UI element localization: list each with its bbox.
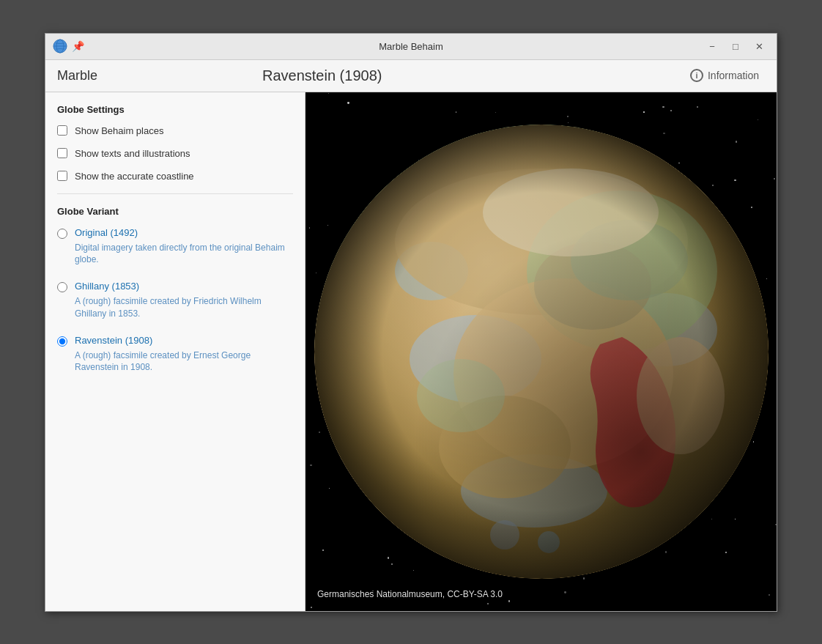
globe-map — [314, 125, 769, 579]
original-description: Digital imagery taken directly from the … — [75, 242, 293, 267]
original-label[interactable]: Original (1492) — [75, 227, 138, 238]
ravenstein-description: A (rough) facsimile created by Ernest Ge… — [75, 349, 293, 374]
globe-variant-title: Globe Variant — [57, 206, 293, 217]
app-window: 📌 Marble Behaim − □ ✕ Marble Ravenstein … — [45, 33, 777, 612]
info-circle-icon: i — [690, 69, 703, 82]
title-bar: 📌 Marble Behaim − □ ✕ — [45, 34, 777, 60]
sidebar: Globe Settings Show Behaim places Show t… — [45, 92, 306, 611]
window-controls: − □ ✕ — [702, 37, 769, 55]
window-title: Marble Behaim — [379, 41, 443, 52]
globe-container — [306, 92, 777, 611]
show-texts-checkbox[interactable] — [57, 148, 67, 158]
main-toolbar: Marble Ravenstein (1908) i Information — [45, 60, 777, 92]
title-bar-icons: 📌 — [53, 39, 84, 53]
map-title: Ravenstein (1908) — [262, 67, 684, 84]
ghillany-label[interactable]: Ghillany (1853) — [75, 281, 139, 292]
close-button[interactable]: ✕ — [749, 37, 769, 55]
show-behaim-checkbox[interactable] — [57, 125, 67, 136]
minimize-button[interactable]: − — [702, 37, 722, 55]
globe-settings-title: Globe Settings — [57, 104, 293, 115]
ravenstein-label[interactable]: Ravenstein (1908) — [75, 335, 152, 346]
checkbox-item-coastline: Show the accurate coastline — [57, 171, 293, 182]
checkbox-item-texts: Show texts and illustrations — [57, 148, 293, 159]
information-label: Information — [708, 70, 759, 81]
show-coastline-checkbox[interactable] — [57, 171, 67, 181]
radio-group-ghillany: Ghillany (1853) A (rough) facsimile crea… — [57, 281, 293, 320]
show-behaim-label[interactable]: Show Behaim places — [75, 125, 163, 136]
content-area: Globe Settings Show Behaim places Show t… — [45, 92, 777, 611]
radio-item-original: Original (1492) — [57, 227, 293, 239]
ghillany-description: A (rough) facsimile created by Friedrich… — [75, 295, 293, 320]
maximize-button[interactable]: □ — [725, 37, 746, 55]
show-texts-label[interactable]: Show texts and illustrations — [75, 148, 190, 159]
checkbox-item-behaim: Show Behaim places — [57, 125, 293, 136]
svg-point-22 — [314, 125, 769, 579]
pin-icon: 📌 — [72, 40, 84, 52]
information-button[interactable]: i Information — [684, 66, 765, 85]
radio-group-ravenstein: Ravenstein (1908) A (rough) facsimile cr… — [57, 335, 293, 374]
divider — [57, 193, 293, 194]
app-title: Marble — [57, 68, 262, 84]
ghillany-radio[interactable] — [57, 282, 67, 292]
radio-item-ravenstein: Ravenstein (1908) — [57, 335, 293, 347]
radio-group-original: Original (1492) Digital imagery taken di… — [57, 227, 293, 267]
ravenstein-radio[interactable] — [57, 336, 67, 347]
radio-item-ghillany: Ghillany (1853) — [57, 281, 293, 292]
globe-icon — [53, 39, 67, 53]
original-radio[interactable] — [57, 229, 67, 239]
globe-attribution: Germanisches Nationalmuseum, CC-BY-SA 3.… — [317, 589, 503, 599]
show-coastline-label[interactable]: Show the accurate coastline — [75, 171, 194, 182]
globe[interactable] — [314, 125, 769, 579]
globe-view[interactable]: Germanisches Nationalmuseum, CC-BY-SA 3.… — [306, 92, 777, 611]
